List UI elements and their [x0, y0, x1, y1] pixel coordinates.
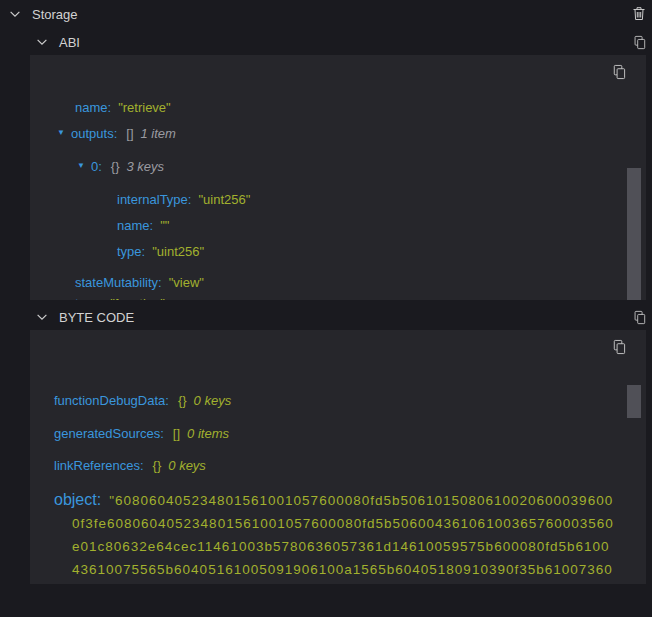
json-row-type: type:"function": [75, 294, 646, 300]
json-brackets: {}: [153, 458, 162, 473]
abi-section-header[interactable]: ABI: [35, 32, 80, 52]
json-brackets: []: [126, 126, 133, 141]
bytecode-json-panel: functionDebugData:{}0 keysgeneratedSourc…: [30, 330, 646, 584]
bytecode-hex-line: 0480360381019061006e91906100ed565b61007e…: [72, 581, 646, 584]
json-key: type:: [75, 296, 103, 301]
abi-scrollbar-thumb[interactable]: [627, 168, 641, 300]
json-value: "uint256": [198, 192, 250, 207]
json-item-count: 1 item: [141, 126, 176, 141]
copy-icon: [611, 339, 626, 355]
bytecode-copy-button[interactable]: [631, 309, 647, 325]
bytecode-hex-line: 43610075565b60405161005091906100a1565b60…: [72, 558, 646, 581]
json-item-count: 3 keys: [127, 159, 165, 174]
json-value: "view": [169, 275, 204, 290]
json-value: "function": [110, 296, 165, 301]
copy-icon: [611, 64, 626, 80]
bytecode-json-copy-button[interactable]: [610, 339, 626, 355]
abi-copy-button[interactable]: [631, 34, 647, 50]
json-key: linkReferences:: [54, 458, 144, 473]
json-key: functionDebugData:: [54, 393, 169, 408]
json-key: name:: [75, 100, 111, 115]
json-item-count: 0 items: [187, 426, 229, 441]
json-item-count: 0 keys: [194, 393, 232, 408]
json-row-functionDebugData: functionDebugData:{}0 keys: [54, 391, 646, 409]
collapse-arrow-icon[interactable]: ▼: [77, 162, 86, 170]
json-row-internalType: internalType:"uint256": [117, 190, 646, 208]
bytecode-scrollbar-thumb[interactable]: [627, 385, 641, 418]
json-key: type:: [117, 244, 145, 259]
bytecode-hex-line: "608060405234801561001057600080fd5b50610…: [109, 489, 613, 512]
bytecode-section-label: BYTE CODE: [59, 310, 134, 325]
collapse-arrow-icon[interactable]: ▼: [57, 129, 66, 137]
json-row-outputs[interactable]: ▼outputs:[]1 item: [57, 124, 646, 142]
chevron-down-icon: [35, 310, 49, 324]
chevron-down-icon: [8, 7, 22, 21]
json-brackets: {}: [111, 159, 120, 174]
bytecode-section-header[interactable]: BYTE CODE: [35, 307, 134, 327]
json-row-linkReferences: linkReferences:{}0 keys: [54, 456, 646, 474]
json-key: 0:: [91, 159, 102, 174]
abi-json-copy-button[interactable]: [610, 64, 626, 80]
json-item-count: 0 keys: [168, 458, 206, 473]
json-row-generatedSources: generatedSources:[]0 items: [54, 424, 646, 442]
storage-section-header[interactable]: Storage: [8, 4, 78, 24]
json-brackets: []: [173, 426, 180, 441]
json-key: outputs:: [71, 126, 117, 141]
bytecode-hex-line: 0f3fe608060405234801561001057600080fd5b5…: [72, 512, 646, 535]
json-value: "uint256": [152, 244, 204, 259]
json-value: "": [160, 218, 169, 233]
chevron-down-icon: [35, 35, 49, 49]
storage-section-label: Storage: [32, 7, 78, 22]
json-key: stateMutability:: [75, 275, 162, 290]
abi-json-tree: name:"retrieve"▼outputs:[]1 item▼0:{}3 k…: [30, 98, 646, 300]
trash-icon: [632, 6, 646, 21]
json-key: object:: [54, 491, 101, 509]
json-row-object: object: "608060405234801561001057600080f…: [54, 489, 646, 584]
trash-button[interactable]: [631, 5, 647, 21]
json-value: "retrieve": [118, 100, 171, 115]
bytecode-hex-continuation: 0f3fe608060405234801561001057600080fd5b5…: [72, 512, 646, 584]
json-row-name: name:"": [117, 216, 646, 234]
abi-section-label: ABI: [59, 35, 80, 50]
bytecode-hex-line: e01c80632e64cec11461003b5780636057361d14…: [72, 535, 646, 558]
copy-icon: [632, 310, 646, 325]
abi-json-panel: name:"retrieve"▼outputs:[]1 item▼0:{}3 k…: [30, 55, 646, 300]
json-key: generatedSources:: [54, 426, 164, 441]
json-row-name: name:"retrieve": [75, 98, 646, 116]
bytecode-json-tree: functionDebugData:{}0 keysgeneratedSourc…: [30, 391, 646, 474]
json-row-stateMutability: stateMutability:"view": [75, 273, 646, 291]
json-key: name:: [117, 218, 153, 233]
json-key: internalType:: [117, 192, 191, 207]
copy-icon: [632, 35, 646, 50]
json-row-0[interactable]: ▼0:{}3 keys: [77, 157, 646, 175]
json-brackets: {}: [178, 393, 187, 408]
json-row-type: type:"uint256": [117, 242, 646, 260]
